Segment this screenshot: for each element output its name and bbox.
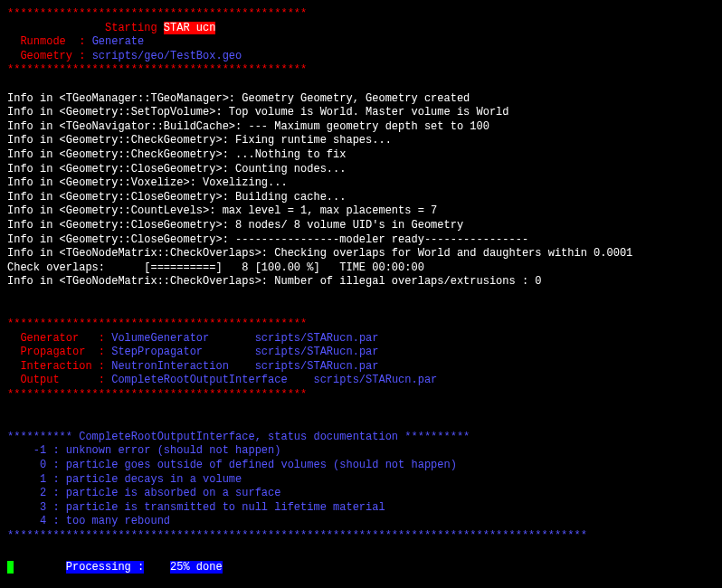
info-line: Info in <Geometry::CloseGeometry>: Build… [7, 191, 715, 205]
info-line: Check overlaps: [==========] 8 [100.00 %… [7, 261, 715, 276]
info-line: Info in <Geometry::SetTopVolume>: Top vo… [7, 106, 715, 120]
runmode-label: Runmode : [7, 35, 92, 48]
interaction-label: Interaction : [7, 360, 111, 373]
progress-padding [14, 561, 66, 574]
long-asterisks: ****************************************… [7, 529, 587, 542]
info-line: Info in <Geometry::CountLevels>: max lev… [7, 204, 715, 219]
starting-label: Starting [7, 22, 164, 34]
progress-padding2 [144, 561, 170, 574]
info-line: Info in <Geometry::Voxelize>: Voxelizing… [7, 176, 715, 191]
status-code: 1 : particle decays in a volume [7, 473, 242, 486]
propagator-path: scripts/STARucn.par [203, 346, 378, 358]
output-path: scripts/STARucn.par [288, 374, 438, 386]
info-line: Info in <Geometry::CheckGeometry>: ...No… [7, 148, 715, 163]
info-line: Info in <TGeoManager::TGeoManager>: Geom… [7, 92, 715, 107]
header-asterisks-top: ****************************************… [7, 7, 307, 20]
status-code: 4 : too many rebound [7, 515, 170, 527]
geometry-value: scripts/geo/TestBox.geo [92, 50, 242, 62]
processing-label: Processing : [66, 561, 144, 574]
info-line: Info in <TGeoNodeMatrix::CheckOverlaps>:… [7, 247, 715, 261]
progress-percent: 25% done [170, 561, 223, 574]
status-code: 3 : particle is transmitted to null life… [7, 501, 385, 514]
generator-path: scripts/STARucn.par [209, 332, 378, 345]
info-line: Info in <Geometry::CloseGeometry>: 8 nod… [7, 219, 715, 233]
geometry-label: Geometry : [7, 50, 92, 62]
interaction-value: NeutronInteraction [111, 360, 229, 373]
info-line: Info in <TGeoNodeMatrix::CheckOverlaps>:… [7, 275, 715, 289]
generator-value: VolumeGenerator [111, 332, 209, 345]
output-value: CompleteRootOutputInterface [111, 374, 287, 386]
header-asterisks-bottom: ****************************************… [7, 63, 307, 76]
status-code: -1 : unknown error (should not happen) [7, 444, 280, 457]
generator-label: Generator : [7, 332, 111, 345]
info-line: Info in <Geometry::CheckGeometry>: Fixin… [7, 134, 715, 148]
config-asterisks-bottom: ****************************************… [7, 388, 307, 401]
status-code: 0 : particle goes outside of defined vol… [7, 459, 457, 471]
info-line: Info in <TGeoNavigator::BuildCache>: ---… [7, 120, 715, 135]
runmode-value: Generate [92, 35, 145, 48]
status-code: 2 : particle is absorbed on a surface [7, 487, 280, 499]
config-asterisks-top: ****************************************… [7, 318, 307, 330]
interaction-path: scripts/STARucn.par [229, 360, 379, 373]
output-label: Output : [7, 374, 111, 386]
propagator-label: Propagator : [7, 346, 111, 358]
status-doc-header: ********** CompleteRootOutputInterface, … [7, 431, 470, 443]
info-line: Info in <Geometry::CloseGeometry>: Count… [7, 163, 715, 177]
info-line: Info in <Geometry::CloseGeometry>: -----… [7, 233, 715, 248]
propagator-value: StepPropagator [111, 346, 203, 358]
star-ucn-badge: STAR ucn [164, 22, 216, 34]
